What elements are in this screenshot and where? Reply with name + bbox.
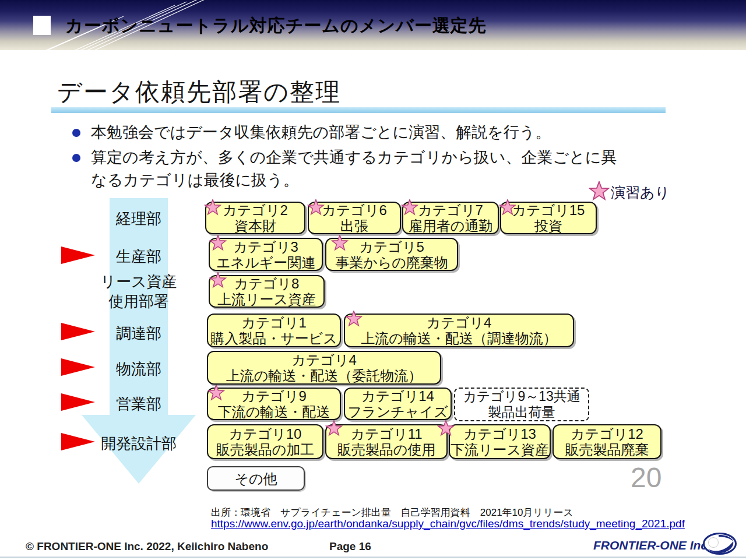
category-label: 下流の輸送・配送 (218, 404, 330, 420)
exercise-star-icon (331, 235, 349, 253)
category-label: 購入製品・サービス (210, 330, 337, 346)
red-arrow-icon (61, 323, 95, 340)
department-lease-shisan: リース資産 使用部署 (80, 272, 197, 311)
red-arrow-icon (61, 433, 95, 450)
exercise-star-icon (401, 199, 418, 218)
exercise-star-icon (207, 385, 225, 403)
department-eigyo: 営業部 (80, 394, 197, 414)
red-arrow-icon (61, 246, 95, 264)
category-number: カテゴリ8 (234, 276, 300, 291)
category-label: 事業からの廃棄物 (335, 255, 448, 270)
category-label: 販売製品廃棄 (565, 442, 649, 457)
department-kaihatsu-sekkei: 開発設計部 (80, 434, 197, 453)
red-arrow-icon (61, 393, 95, 411)
category-label: 下流リース資産 (451, 442, 549, 457)
category-box-4-consigned: カテゴリ4 上流の輸送・配送（委託物流） (207, 351, 441, 385)
category-number: カテゴリ5 (359, 239, 424, 255)
category-box-12: カテゴリ12 販売製品廃棄 (553, 424, 661, 459)
category-number: カテゴリ3 (233, 239, 298, 255)
red-arrow-icon (61, 358, 95, 376)
category-box-common-9-13: カテゴリ9～13共通 製品出荷量 (454, 388, 589, 421)
category-number: カテゴリ11 (350, 426, 422, 442)
category-label: エネルギー関連 (216, 255, 315, 270)
category-label: 上流リース資産 (217, 291, 316, 307)
bullet-text: 本勉強会ではデータ収集依頼先の部署ごとに演習、解説を行う。 (91, 124, 551, 141)
page-title: カーボンニュートラル対応チームのメンバー選定先 (65, 14, 487, 38)
category-label: 出張 (340, 218, 368, 234)
department-keiri: 経理部 (80, 209, 197, 228)
category-number: カテゴリ9～13共通 (463, 389, 580, 404)
footer-logo-text: FRONTIER-ONE Inc. (593, 538, 711, 552)
category-number: カテゴリ15 (512, 202, 585, 218)
slide-number-watermark: 20 (631, 462, 661, 494)
exercise-star-icon (307, 199, 325, 218)
category-label: 資本財 (234, 218, 276, 234)
department-chotatsu: 調達部 (80, 323, 197, 343)
exercise-star-icon (499, 199, 516, 218)
category-label: その他 (234, 471, 277, 487)
category-number: カテゴリ13 (463, 426, 536, 442)
legend-label: 演習あり (611, 183, 670, 202)
category-label: 販売製品の加工 (216, 442, 315, 457)
category-number: カテゴリ12 (571, 426, 643, 442)
category-number: カテゴリ14 (361, 388, 434, 404)
category-box-other: その他 (207, 466, 305, 491)
bullet-item: 算定の考え方が、多くの企業で共通するカテゴリから扱い、企業ごとに異なるカテゴリは… (71, 146, 624, 192)
bullet-dot-icon (72, 129, 80, 137)
slide-bottom-edge (0, 557, 746, 558)
category-number: カテゴリ7 (418, 202, 483, 218)
exercise-star-icon (209, 235, 227, 253)
header-bar: カーボンニュートラル対応チームのメンバー選定先 (0, 0, 746, 50)
category-box-4-procurement: カテゴリ4 上流の輸送・配送（調達物流） (344, 314, 574, 347)
bullet-dot-icon (72, 154, 80, 162)
category-box-13: カテゴリ13 下流リース資産 (449, 424, 551, 459)
category-number: カテゴリ2 (223, 202, 288, 218)
category-label: 上流の輸送・配送（調達物流） (361, 330, 557, 346)
category-label: 上流の輸送・配送（委託物流） (226, 368, 423, 383)
header-square-bullet-icon (33, 16, 51, 35)
category-box-10: カテゴリ10 販売製品の加工 (207, 424, 323, 459)
exercise-star-icon (204, 199, 221, 218)
category-number: カテゴリ1 (241, 315, 307, 330)
source-url-link[interactable]: https://www.env.go.jp/earth/ondanka/supp… (211, 517, 685, 530)
footer-copyright: © FRONTIER-ONE Inc. 2022, Keiichiro Nabe… (26, 540, 268, 553)
category-label: 販売製品の使用 (337, 442, 436, 457)
category-label: 投資 (534, 218, 562, 234)
legend-star-icon (589, 181, 610, 203)
category-number: カテゴリ10 (229, 426, 302, 442)
exercise-star-icon (437, 420, 455, 439)
category-label: 雇用者の通勤 (409, 218, 493, 234)
exercise-star-icon (345, 311, 363, 329)
category-box-11: カテゴリ11 販売製品の使用 (325, 424, 448, 459)
department-butsuryu: 物流部 (80, 359, 197, 379)
footer-page-number: Page 16 (329, 540, 371, 553)
category-box-9: カテゴリ9 下流の輸送・配送 (207, 388, 341, 420)
exercise-star-icon (209, 272, 227, 291)
slide-title: データ依頼先部署の整理 (57, 76, 341, 108)
department-seisan: 生産部 (80, 246, 197, 266)
bullet-list: 本勉強会ではデータ収集依頼先の部署ごとに演習、解説を行う。 算定の考え方が、多く… (71, 121, 624, 194)
frontier-one-logo-icon (702, 531, 737, 558)
category-label: 製品出荷量 (488, 404, 555, 420)
category-number: カテゴリ4 (427, 315, 492, 330)
category-number: カテゴリ9 (241, 388, 307, 404)
category-label: フランチャイズ (348, 404, 448, 420)
bullet-item: 本勉強会ではデータ収集依頼先の部署ごとに演習、解説を行う。 (71, 121, 624, 144)
bullet-text: 算定の考え方が、多くの企業で共通するカテゴリから扱い、企業ごとに異なるカテゴリは… (91, 149, 617, 189)
slide-canvas: カーボンニュートラル対応チームのメンバー選定先 データ依頼先部署の整理 本勉強会… (0, 0, 746, 560)
title-underline-bar (51, 107, 666, 113)
category-box-14: カテゴリ14 フランチャイズ (344, 388, 452, 420)
category-number: カテゴリ6 (322, 202, 387, 218)
exercise-star-icon (325, 420, 343, 439)
category-number: カテゴリ4 (291, 352, 357, 368)
category-box-1: カテゴリ1 購入製品・サービス (207, 314, 341, 347)
